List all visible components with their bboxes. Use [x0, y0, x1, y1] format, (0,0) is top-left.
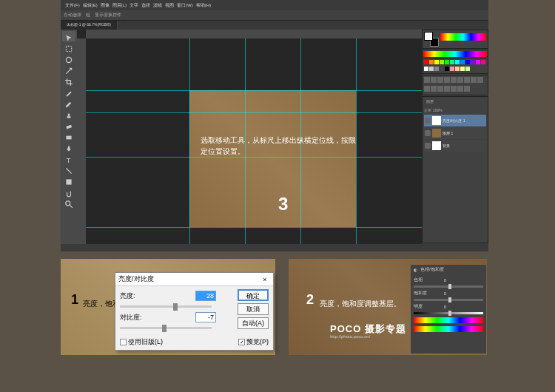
contrast-slider[interactable] [120, 327, 212, 329]
visibility-icon[interactable] [425, 143, 431, 149]
hue-value[interactable]: 0 [431, 278, 446, 283]
swatch[interactable] [429, 60, 434, 64]
swatch[interactable] [434, 67, 439, 71]
crop-tool-icon[interactable] [62, 75, 75, 86]
menu-image[interactable]: 图像 [101, 2, 110, 9]
layers-tab[interactable]: 图层 [424, 98, 436, 106]
ruler-vertical[interactable] [77, 38, 86, 244]
menu-edit[interactable]: 编辑(E) [83, 2, 98, 9]
brightness-slider[interactable] [120, 305, 212, 308]
auto-button[interactable]: 自动(A) [238, 317, 269, 329]
menu-layer[interactable]: 图层(L) [112, 2, 127, 9]
dialog-titlebar[interactable]: 亮度/对比度 × [115, 273, 273, 286]
fg-bg-swatch[interactable] [424, 32, 439, 47]
swatch[interactable] [465, 60, 470, 64]
adj-exposure-icon[interactable] [444, 77, 450, 83]
adj-hue-icon[interactable] [457, 77, 463, 83]
adj-bw-icon[interactable] [471, 77, 477, 83]
adj-levels-icon[interactable] [431, 77, 437, 83]
eyedropper-tool-icon[interactable] [62, 87, 75, 97]
shape-tool-icon[interactable] [62, 175, 75, 186]
close-icon[interactable]: × [260, 276, 270, 283]
swatch[interactable] [450, 67, 454, 71]
swatch[interactable] [460, 60, 465, 64]
lasso-tool-icon[interactable] [62, 53, 75, 64]
hand-tool-icon[interactable] [62, 186, 75, 197]
swatch[interactable] [440, 60, 444, 64]
opt-transform[interactable]: 显示变换控件 [95, 12, 121, 18]
layer-row[interactable]: 图层 1 [424, 127, 486, 139]
brush-tool-icon[interactable] [62, 98, 75, 108]
menu-window[interactable]: 窗口(W) [177, 2, 193, 9]
visibility-icon[interactable] [425, 118, 431, 124]
foreground-color[interactable] [424, 32, 433, 41]
opt-autoselect[interactable]: 自动选择 [64, 12, 81, 18]
menu-help[interactable]: 帮助(H) [196, 2, 211, 9]
brightness-input[interactable] [195, 291, 216, 301]
swatch[interactable] [424, 60, 428, 64]
light-slider[interactable] [414, 312, 483, 314]
eraser-tool-icon[interactable] [62, 120, 75, 130]
menu-file[interactable]: 文件(F) [65, 2, 80, 9]
guide-horizontal[interactable] [86, 112, 422, 113]
checkbox-icon[interactable] [120, 339, 127, 345]
legacy-checkbox[interactable]: 使用旧版(L) [120, 337, 163, 347]
guide-horizontal[interactable] [86, 227, 422, 228]
menu-filter[interactable]: 滤镜 [153, 2, 162, 9]
guide-vertical[interactable] [356, 38, 357, 244]
swatch[interactable] [481, 60, 485, 64]
swatch[interactable] [455, 60, 460, 64]
spectrum-bar[interactable] [422, 50, 488, 57]
gradient-tool-icon[interactable] [62, 131, 75, 141]
adj-lookup-icon[interactable] [431, 86, 437, 92]
swatch[interactable] [445, 60, 449, 64]
swatch[interactable] [465, 67, 470, 71]
adj-mixer-icon[interactable] [424, 86, 430, 92]
adj-invert-icon[interactable] [437, 86, 443, 92]
adj-photo-filter-icon[interactable] [477, 77, 483, 83]
type-tool-icon[interactable]: T [62, 153, 75, 163]
adj-threshold-icon[interactable] [451, 86, 457, 92]
swatch[interactable] [476, 60, 480, 64]
swatch[interactable] [445, 67, 449, 71]
adj-gradient-icon[interactable] [457, 86, 463, 92]
opacity-value[interactable]: 100% [433, 108, 443, 112]
menu-view[interactable]: 视图 [165, 2, 174, 9]
adj-curves-icon[interactable] [437, 77, 443, 83]
ruler-horizontal[interactable] [86, 30, 422, 38]
swatch[interactable] [471, 60, 475, 64]
pen-tool-icon[interactable] [62, 142, 75, 152]
cancel-button[interactable]: 取消 [238, 303, 269, 315]
menu-type[interactable]: 文字 [130, 2, 138, 9]
swatch[interactable] [455, 67, 460, 71]
canvas-viewport[interactable]: 选取移动工具，从标尺上移出纵横定位线，按限定位置设置。 3 [77, 30, 422, 244]
swatch[interactable] [424, 67, 428, 71]
adj-select-icon[interactable] [464, 86, 470, 92]
adj-balance-icon[interactable] [464, 77, 470, 83]
ok-button[interactable]: 确定 [238, 289, 269, 301]
document-tab[interactable]: 未标题-1 @ 66.7%(RGB/8) [61, 21, 118, 30]
marquee-tool-icon[interactable] [62, 42, 75, 53]
hue-slider[interactable] [414, 285, 483, 288]
layer-row[interactable]: 背景 [424, 140, 486, 152]
guide-horizontal[interactable] [86, 90, 422, 91]
move-tool-icon[interactable] [62, 31, 75, 41]
zoom-tool-icon[interactable] [62, 197, 75, 208]
swatch[interactable] [434, 60, 439, 64]
opt-group[interactable]: 组 [86, 12, 90, 18]
adj-vibrance-icon[interactable] [451, 77, 457, 83]
guide-vertical[interactable] [189, 38, 190, 244]
adj-poster-icon[interactable] [444, 86, 450, 92]
checkbox-icon[interactable]: ✓ [238, 339, 245, 345]
sat-slider[interactable] [414, 299, 483, 301]
color-spectrum[interactable] [440, 33, 486, 41]
sat-value[interactable]: 0 [431, 291, 446, 296]
path-tool-icon[interactable] [62, 164, 75, 175]
layer-row[interactable]: 亮度/对比度 1 [424, 115, 486, 126]
preview-checkbox[interactable]: ✓ 预览(P) [238, 337, 269, 347]
stamp-tool-icon[interactable] [62, 109, 75, 119]
swatch[interactable] [460, 67, 465, 71]
visibility-icon[interactable] [425, 130, 431, 136]
wand-tool-icon[interactable] [62, 64, 75, 75]
light-value[interactable]: 0 [431, 305, 446, 309]
